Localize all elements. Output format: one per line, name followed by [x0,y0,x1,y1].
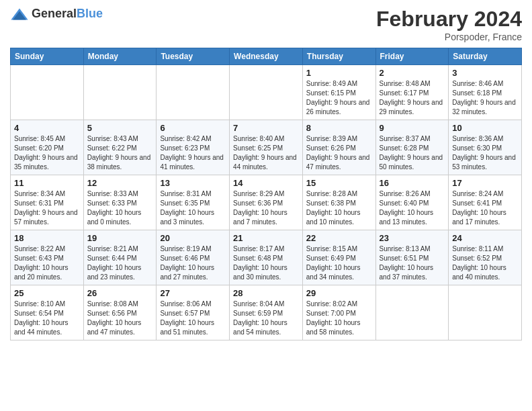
calendar-cell: 4Sunrise: 8:45 AM Sunset: 6:20 PM Daylig… [11,120,84,175]
day-info: Sunrise: 8:08 AM Sunset: 6:56 PM Dayligh… [87,300,153,337]
calendar-cell: 13Sunrise: 8:31 AM Sunset: 6:35 PM Dayli… [157,175,230,230]
calendar-cell: 25Sunrise: 8:10 AM Sunset: 6:54 PM Dayli… [11,285,84,340]
calendar-body: 1Sunrise: 8:49 AM Sunset: 6:15 PM Daylig… [11,65,522,340]
day-info: Sunrise: 8:13 AM Sunset: 6:51 PM Dayligh… [380,244,445,282]
logo-blue: Blue [77,7,103,20]
header-day-friday: Friday [375,48,449,65]
logo-icon [10,7,29,21]
calendar-cell: 17Sunrise: 8:24 AM Sunset: 6:41 PM Dayli… [449,175,522,230]
calendar-cell [449,285,522,340]
calendar-cell: 29Sunrise: 8:02 AM Sunset: 7:00 PM Dayli… [302,285,375,340]
header-day-saturday: Saturday [449,48,522,65]
day-info: Sunrise: 8:26 AM Sunset: 6:40 PM Dayligh… [380,189,445,227]
calendar-cell: 1Sunrise: 8:49 AM Sunset: 6:15 PM Daylig… [302,65,375,120]
day-info: Sunrise: 8:15 AM Sunset: 6:49 PM Dayligh… [306,244,372,282]
calendar-cell: 20Sunrise: 8:19 AM Sunset: 6:46 PM Dayli… [157,230,230,285]
day-number: 13 [160,178,226,188]
day-info: Sunrise: 8:28 AM Sunset: 6:38 PM Dayligh… [306,189,372,227]
day-number: 16 [380,178,445,188]
day-info: Sunrise: 8:22 AM Sunset: 6:43 PM Dayligh… [14,244,80,282]
day-number: 29 [306,288,372,298]
day-number: 3 [452,68,518,78]
header-day-wednesday: Wednesday [230,48,303,65]
logo-text: GeneralBlue [32,7,103,21]
day-info: Sunrise: 8:10 AM Sunset: 6:54 PM Dayligh… [14,300,80,337]
calendar-table: SundayMondayTuesdayWednesdayThursdayFrid… [10,48,522,340]
day-number: 23 [380,233,445,243]
calendar-cell: 5Sunrise: 8:43 AM Sunset: 6:22 PM Daylig… [83,120,157,175]
calendar-cell: 12Sunrise: 8:33 AM Sunset: 6:33 PM Dayli… [83,175,157,230]
header-day-sunday: Sunday [11,48,84,65]
day-info: Sunrise: 8:34 AM Sunset: 6:31 PM Dayligh… [14,189,80,227]
calendar-cell: 8Sunrise: 8:39 AM Sunset: 6:26 PM Daylig… [302,120,375,175]
calendar-cell: 18Sunrise: 8:22 AM Sunset: 6:43 PM Dayli… [11,230,84,285]
week-row-1: 4Sunrise: 8:45 AM Sunset: 6:20 PM Daylig… [11,120,522,175]
day-number: 15 [306,178,372,188]
day-info: Sunrise: 8:45 AM Sunset: 6:20 PM Dayligh… [14,134,80,172]
calendar-cell: 24Sunrise: 8:11 AM Sunset: 6:52 PM Dayli… [449,230,522,285]
day-info: Sunrise: 8:21 AM Sunset: 6:44 PM Dayligh… [87,244,153,282]
calendar-cell: 14Sunrise: 8:29 AM Sunset: 6:36 PM Dayli… [230,175,303,230]
week-row-0: 1Sunrise: 8:49 AM Sunset: 6:15 PM Daylig… [11,65,522,120]
day-info: Sunrise: 8:11 AM Sunset: 6:52 PM Dayligh… [452,244,518,282]
day-info: Sunrise: 8:49 AM Sunset: 6:15 PM Dayligh… [306,79,372,117]
logo: GeneralBlue [10,7,103,21]
week-row-2: 11Sunrise: 8:34 AM Sunset: 6:31 PM Dayli… [11,175,522,230]
day-number: 20 [160,233,226,243]
day-info: Sunrise: 8:06 AM Sunset: 6:57 PM Dayligh… [160,300,226,337]
calendar-cell [375,285,449,340]
day-number: 21 [233,233,299,243]
week-row-3: 18Sunrise: 8:22 AM Sunset: 6:43 PM Dayli… [11,230,522,285]
day-number: 18 [14,233,80,243]
header-day-monday: Monday [83,48,157,65]
calendar-header: SundayMondayTuesdayWednesdayThursdayFrid… [11,48,522,65]
calendar-cell: 7Sunrise: 8:40 AM Sunset: 6:25 PM Daylig… [230,120,303,175]
day-info: Sunrise: 8:04 AM Sunset: 6:59 PM Dayligh… [233,300,299,337]
day-number: 5 [87,123,153,133]
day-info: Sunrise: 8:19 AM Sunset: 6:46 PM Dayligh… [160,244,226,282]
day-number: 28 [233,288,299,298]
header-row: SundayMondayTuesdayWednesdayThursdayFrid… [11,48,522,65]
calendar-cell: 15Sunrise: 8:28 AM Sunset: 6:38 PM Dayli… [302,175,375,230]
calendar-cell: 26Sunrise: 8:08 AM Sunset: 6:56 PM Dayli… [83,285,157,340]
day-info: Sunrise: 8:37 AM Sunset: 6:28 PM Dayligh… [380,134,445,172]
day-info: Sunrise: 8:36 AM Sunset: 6:30 PM Dayligh… [452,134,518,172]
day-number: 4 [14,123,80,133]
calendar-cell: 19Sunrise: 8:21 AM Sunset: 6:44 PM Dayli… [83,230,157,285]
header: GeneralBlue February 2024 Porspoder, Fra… [10,7,522,42]
day-number: 1 [306,68,372,78]
calendar-cell: 22Sunrise: 8:15 AM Sunset: 6:49 PM Dayli… [302,230,375,285]
day-number: 2 [380,68,445,78]
day-number: 27 [160,288,226,298]
day-info: Sunrise: 8:17 AM Sunset: 6:48 PM Dayligh… [233,244,299,282]
day-number: 10 [452,123,518,133]
day-number: 26 [87,288,153,298]
calendar-subtitle: Porspoder, France [376,32,522,42]
calendar-cell: 11Sunrise: 8:34 AM Sunset: 6:31 PM Dayli… [11,175,84,230]
calendar-cell: 6Sunrise: 8:42 AM Sunset: 6:23 PM Daylig… [157,120,230,175]
day-info: Sunrise: 8:42 AM Sunset: 6:23 PM Dayligh… [160,134,226,172]
calendar-title: February 2024 [376,7,522,32]
calendar-cell: 27Sunrise: 8:06 AM Sunset: 6:57 PM Dayli… [157,285,230,340]
header-day-tuesday: Tuesday [157,48,230,65]
day-info: Sunrise: 8:24 AM Sunset: 6:41 PM Dayligh… [452,189,518,227]
day-number: 24 [452,233,518,243]
calendar-cell: 9Sunrise: 8:37 AM Sunset: 6:28 PM Daylig… [375,120,449,175]
day-number: 17 [452,178,518,188]
calendar-cell: 10Sunrise: 8:36 AM Sunset: 6:30 PM Dayli… [449,120,522,175]
day-info: Sunrise: 8:40 AM Sunset: 6:25 PM Dayligh… [233,134,299,172]
week-row-4: 25Sunrise: 8:10 AM Sunset: 6:54 PM Dayli… [11,285,522,340]
calendar-cell [157,65,230,120]
calendar-cell [83,65,157,120]
calendar-cell: 3Sunrise: 8:46 AM Sunset: 6:18 PM Daylig… [449,65,522,120]
day-number: 19 [87,233,153,243]
day-number: 22 [306,233,372,243]
calendar-cell: 28Sunrise: 8:04 AM Sunset: 6:59 PM Dayli… [230,285,303,340]
calendar-cell: 2Sunrise: 8:48 AM Sunset: 6:17 PM Daylig… [375,65,449,120]
day-info: Sunrise: 8:39 AM Sunset: 6:26 PM Dayligh… [306,134,372,172]
logo-general: General [32,7,77,20]
day-number: 8 [306,123,372,133]
day-number: 25 [14,288,80,298]
day-number: 12 [87,178,153,188]
header-day-thursday: Thursday [302,48,375,65]
